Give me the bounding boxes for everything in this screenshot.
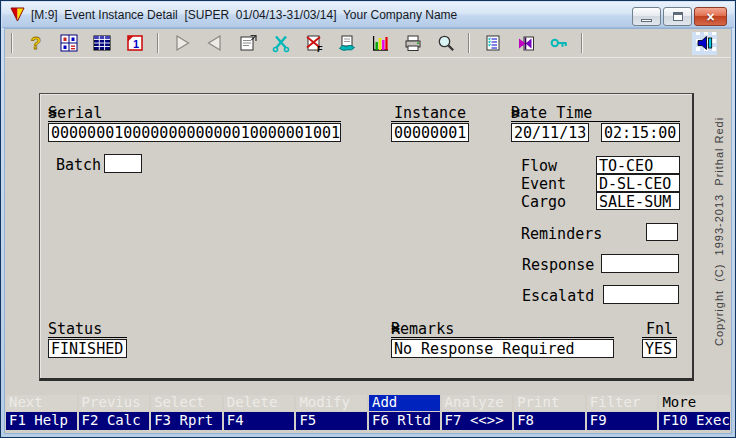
fnl-label: Fnl xyxy=(646,322,673,337)
fkey-action-filter[interactable]: Filter xyxy=(587,395,658,411)
response-field[interactable] xyxy=(601,254,679,273)
fkey-action-select[interactable]: Select xyxy=(151,395,222,411)
fkey-action-add[interactable]: Add xyxy=(369,395,440,411)
window-title: [M:9] Event Instance Detail [SUPER 01/04… xyxy=(31,7,457,22)
next-record-button[interactable] xyxy=(169,32,194,55)
analyze-moth-icon xyxy=(516,33,536,53)
key-icon xyxy=(549,33,569,53)
close-button[interactable]: × xyxy=(694,7,727,26)
help-button[interactable]: ? xyxy=(23,32,48,55)
app-logo-icon xyxy=(9,7,26,23)
angle-right: > xyxy=(391,322,400,337)
help-icon: ? xyxy=(26,33,46,53)
copyright-text: Copyright (C) 1993-2013 Prithal Redi xyxy=(713,46,725,346)
fkey-action-next[interactable]: Next xyxy=(6,395,77,411)
table-report-button[interactable] xyxy=(89,32,114,55)
analyze-button[interactable] xyxy=(513,32,538,55)
close-icon: × xyxy=(706,9,714,25)
bar-chart-icon xyxy=(370,33,390,53)
batch-field[interactable] xyxy=(104,154,142,173)
status-field[interactable]: FINISHED xyxy=(48,339,127,358)
fkey-button-f4[interactable]: F4 xyxy=(224,412,295,430)
svg-text:1: 1 xyxy=(132,38,138,50)
toolbar-separator xyxy=(157,33,159,53)
status-label: Status xyxy=(48,322,102,337)
event-field[interactable]: D-SL-CEO xyxy=(596,174,680,192)
fkey-button-f9[interactable]: F9 xyxy=(587,412,658,430)
batch-label: Batch xyxy=(56,157,101,173)
svg-text:?: ? xyxy=(30,34,40,53)
instance-field[interactable]: 00000001 xyxy=(391,123,469,142)
maximize-button[interactable] xyxy=(663,7,692,26)
properties-icon xyxy=(238,33,258,53)
print-button[interactable] xyxy=(400,32,425,55)
app-window: [M:9] Event Instance Detail [SUPER 01/04… xyxy=(0,0,736,438)
remarks-header: <Remarks> xyxy=(391,322,614,338)
date-time-label: Date Time xyxy=(511,106,592,121)
fkey-action-print[interactable]: Print xyxy=(514,395,585,411)
toolbar-separator xyxy=(581,33,583,53)
next-record-icon xyxy=(172,33,192,53)
instance-header: Instance xyxy=(391,106,469,122)
fkey-action-delete[interactable]: Delete xyxy=(224,395,295,411)
date-field[interactable]: 20/11/13 xyxy=(511,123,589,142)
fnl-field[interactable]: YES xyxy=(642,339,677,358)
fkey-action-more[interactable]: More xyxy=(659,395,730,411)
delete-document-button[interactable]: F xyxy=(301,32,326,55)
fkey-button-f6[interactable]: F6 Rltd xyxy=(369,412,440,430)
flow-label: Flow xyxy=(521,158,557,174)
time-field[interactable]: 02:15:00 xyxy=(601,123,680,142)
cut-icon xyxy=(271,33,291,53)
calendar-icon: 1 xyxy=(125,33,145,53)
fkey-button-f1[interactable]: F1 Help xyxy=(6,412,77,430)
fkey-button-f3[interactable]: F3 Rprt xyxy=(151,412,222,430)
fkey-button-f10[interactable]: F10 Exec xyxy=(659,412,730,430)
flow-field[interactable]: TO-CEO xyxy=(596,156,680,174)
cut-button[interactable] xyxy=(268,32,293,55)
remarks-field[interactable]: No Response Required xyxy=(391,339,614,358)
angle-right: > xyxy=(48,106,57,121)
fkey-button-f5[interactable]: F5 xyxy=(296,412,367,430)
reminders-label: Reminders xyxy=(521,226,602,242)
serial-field[interactable]: 00000001000000000000010000001001 xyxy=(48,123,341,142)
previous-record-button[interactable] xyxy=(202,32,227,55)
fkey-action-analyze[interactable]: Analyze xyxy=(442,395,513,411)
instance-label: Instance xyxy=(394,106,466,121)
toolbar-separator xyxy=(11,33,13,53)
status-header: Status xyxy=(48,322,127,338)
client-area: ? xyxy=(5,29,731,433)
minimize-button[interactable] xyxy=(632,7,661,26)
minimize-icon xyxy=(641,19,652,22)
key-button[interactable] xyxy=(546,32,571,55)
response-label: Response xyxy=(522,257,594,273)
print-icon xyxy=(403,33,423,53)
checklist-button[interactable] xyxy=(480,32,505,55)
fkey-button-f2[interactable]: F2 Calc xyxy=(79,412,150,430)
checklist-icon xyxy=(483,33,503,53)
form-panel: <Serial> 0000000100000000000001000000100… xyxy=(39,93,694,381)
fkey-action-modify[interactable]: Modify xyxy=(296,395,367,411)
cargo-field[interactable]: SALE-SUM xyxy=(596,192,680,210)
zoom-button[interactable] xyxy=(433,32,458,55)
window-controls: × xyxy=(632,7,727,26)
reminders-field[interactable] xyxy=(646,223,678,241)
properties-button[interactable] xyxy=(235,32,260,55)
event-label: Event xyxy=(521,176,566,192)
escalatd-label: Escalatd xyxy=(522,288,594,304)
previous-record-icon xyxy=(205,33,225,53)
escalatd-field[interactable] xyxy=(603,285,679,304)
calculator-icon xyxy=(59,33,79,53)
title-bar[interactable]: [M:9] Event Instance Detail [SUPER 01/04… xyxy=(2,2,734,28)
maximize-icon xyxy=(673,12,683,21)
calendar-button[interactable]: 1 xyxy=(122,32,147,55)
sound-icon xyxy=(695,33,715,53)
fnl-header: Fnl xyxy=(642,322,677,338)
modify-button[interactable] xyxy=(334,32,359,55)
fkey-button-f8[interactable]: F8 xyxy=(514,412,585,430)
toolbar: ? xyxy=(5,29,731,58)
serial-header: <Serial> xyxy=(48,106,341,122)
fkey-action-previus[interactable]: Previus xyxy=(79,395,150,411)
calculator-button[interactable] xyxy=(56,32,81,55)
fkey-button-f7[interactable]: F7 <<>> xyxy=(442,412,513,430)
bar-chart-button[interactable] xyxy=(367,32,392,55)
